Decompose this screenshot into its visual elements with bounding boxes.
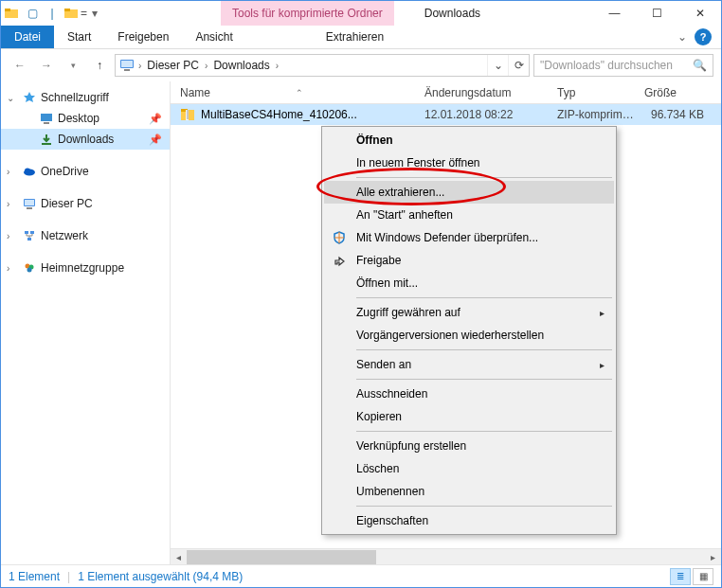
- search-icon[interactable]: 🔍: [693, 59, 707, 72]
- refresh-button[interactable]: ⟳: [508, 55, 529, 76]
- ctx-send-to[interactable]: Senden an▸: [324, 353, 614, 376]
- ctx-open[interactable]: Öffnen: [324, 129, 614, 151]
- ctx-cut[interactable]: Ausschneiden: [324, 383, 614, 405]
- ribbon-tabs: Datei Start Freigeben Ansicht Extrahiere…: [1, 26, 721, 49]
- back-button[interactable]: ←: [9, 54, 31, 77]
- up-button[interactable]: ↑: [88, 54, 111, 77]
- window-title: Downloads: [424, 1, 480, 26]
- desktop-icon: [39, 111, 54, 126]
- search-input[interactable]: "Downloads" durchsuchen 🔍: [533, 54, 713, 77]
- file-size: 96.734 KB: [635, 108, 721, 121]
- chevron-right-icon: ▸: [600, 360, 605, 370]
- ctx-open-with[interactable]: Öffnen mit...: [324, 272, 614, 294]
- view-details-button[interactable]: ≣: [670, 568, 691, 585]
- qat-equals-icon[interactable]: =: [81, 7, 87, 20]
- tab-start[interactable]: Start: [54, 26, 104, 48]
- svg-rect-8: [41, 114, 52, 121]
- file-row[interactable]: MultiBaseCS4Home_410206... 12.01.2018 08…: [171, 104, 721, 125]
- sidebar-downloads[interactable]: Downloads 📌: [1, 129, 170, 150]
- chevron-right-icon[interactable]: ›: [7, 263, 18, 274]
- svg-point-12: [25, 169, 30, 173]
- ctx-previous-versions[interactable]: Vorgängerversionen wiederherstellen: [324, 324, 614, 347]
- sort-indicator-icon: ⌃: [296, 88, 303, 98]
- column-date[interactable]: Änderungsdatum: [415, 86, 548, 99]
- close-button[interactable]: ✕: [678, 1, 721, 26]
- svg-point-21: [27, 268, 32, 273]
- chevron-down-icon[interactable]: ⌄: [7, 93, 18, 103]
- svg-rect-6: [124, 69, 130, 71]
- homegroup-icon: [22, 260, 37, 276]
- file-date: 12.01.2018 08:22: [415, 108, 548, 121]
- scroll-left-icon[interactable]: ◂: [171, 549, 187, 565]
- ctx-properties[interactable]: Eigenschaften: [324, 509, 614, 532]
- chevron-right-icon[interactable]: ›: [138, 61, 141, 71]
- chevron-right-icon[interactable]: ›: [7, 199, 18, 209]
- qat-dropdown-icon[interactable]: ▾: [92, 7, 98, 20]
- column-headers: Name⌃ Änderungsdatum Typ Größe: [171, 81, 721, 104]
- column-name[interactable]: Name⌃: [171, 86, 415, 99]
- file-type: ZIP-komprimierter...: [548, 108, 635, 121]
- address-dropdown-icon[interactable]: ⌄: [487, 55, 508, 76]
- pin-icon: 📌: [149, 134, 162, 146]
- ctx-create-shortcut[interactable]: Verknüpfung erstellen: [324, 435, 614, 457]
- pin-icon: 📌: [149, 113, 162, 125]
- tab-extrahieren[interactable]: Extrahieren: [296, 26, 414, 48]
- context-menu: Öffnen In neuem Fenster öffnen Alle extr…: [321, 126, 617, 535]
- chevron-right-icon[interactable]: ›: [205, 61, 208, 71]
- nav-pane: ⌄ Schnellzugriff Desktop 📌 Downloads 📌 ›: [1, 81, 170, 564]
- view-icons-button[interactable]: ▦: [693, 568, 713, 585]
- sidebar-desktop[interactable]: Desktop 📌: [1, 108, 170, 129]
- recent-dropdown-icon[interactable]: ▾: [62, 54, 84, 77]
- column-type[interactable]: Typ: [548, 86, 635, 99]
- file-name: MultiBaseCS4Home_410206...: [201, 108, 357, 121]
- sidebar-quickaccess[interactable]: ⌄ Schnellzugriff: [1, 87, 170, 108]
- sidebar-network[interactable]: › Netzwerk: [1, 225, 170, 246]
- sidebar-onedrive[interactable]: › OneDrive: [1, 161, 170, 182]
- ctx-pin-start[interactable]: An "Start" anheften: [324, 204, 614, 226]
- svg-rect-18: [27, 238, 31, 241]
- search-placeholder: "Downloads" durchsuchen: [540, 59, 673, 72]
- svg-rect-1: [5, 9, 10, 11]
- ctx-extract-all[interactable]: Alle extrahieren...: [324, 181, 614, 204]
- forward-button[interactable]: →: [35, 54, 58, 77]
- ctx-rename[interactable]: Umbenennen: [324, 480, 614, 503]
- ctx-grant-access[interactable]: Zugriff gewähren auf▸: [324, 301, 614, 324]
- status-count: 1 Element: [9, 570, 60, 583]
- breadcrumb-thispc[interactable]: Dieser PC: [145, 59, 201, 72]
- sidebar-thispc[interactable]: › Dieser PC: [1, 193, 170, 214]
- svg-rect-3: [64, 9, 70, 11]
- help-button[interactable]: ?: [695, 28, 712, 45]
- tab-freigeben[interactable]: Freigeben: [104, 26, 182, 48]
- network-icon: [22, 228, 37, 243]
- contextual-tab[interactable]: Tools für komprimierte Ordner: [221, 1, 394, 26]
- folder-icon: [5, 7, 18, 20]
- defender-icon: [332, 230, 347, 245]
- tab-ansicht[interactable]: Ansicht: [182, 26, 245, 48]
- chevron-right-icon[interactable]: ›: [7, 231, 18, 241]
- qat-new-icon[interactable]: ❘: [43, 4, 62, 23]
- qat-properties-icon[interactable]: ▢: [23, 4, 42, 23]
- svg-rect-17: [30, 231, 34, 234]
- maximize-button[interactable]: ☐: [636, 1, 678, 26]
- svg-rect-9: [44, 122, 49, 124]
- file-menu[interactable]: Datei: [1, 26, 54, 48]
- ctx-defender[interactable]: Mit Windows Defender überprüfen...: [324, 226, 614, 249]
- scroll-right-icon[interactable]: ▸: [705, 549, 721, 565]
- address-bar[interactable]: › Dieser PC › Downloads › ⌄ ⟳: [115, 54, 530, 77]
- chevron-right-icon[interactable]: ›: [7, 167, 18, 177]
- ctx-share[interactable]: Freigabe: [324, 249, 614, 272]
- breadcrumb-downloads[interactable]: Downloads: [211, 59, 271, 72]
- minimize-button[interactable]: —: [593, 1, 636, 26]
- pc-icon: [22, 196, 37, 211]
- scroll-thumb[interactable]: [187, 550, 376, 564]
- chevron-right-icon[interactable]: ›: [276, 61, 279, 71]
- ctx-delete[interactable]: Löschen: [324, 457, 614, 480]
- star-icon: [22, 90, 37, 105]
- horizontal-scrollbar[interactable]: ◂ ▸: [171, 548, 721, 564]
- ctx-open-new-window[interactable]: In neuem Fenster öffnen: [324, 151, 614, 174]
- sidebar-homegroup[interactable]: › Heimnetzgruppe: [1, 258, 170, 278]
- svg-rect-16: [25, 231, 28, 234]
- column-size[interactable]: Größe: [635, 86, 721, 99]
- ribbon-expand-icon[interactable]: ⌄: [677, 30, 687, 44]
- ctx-copy[interactable]: Kopieren: [324, 405, 614, 428]
